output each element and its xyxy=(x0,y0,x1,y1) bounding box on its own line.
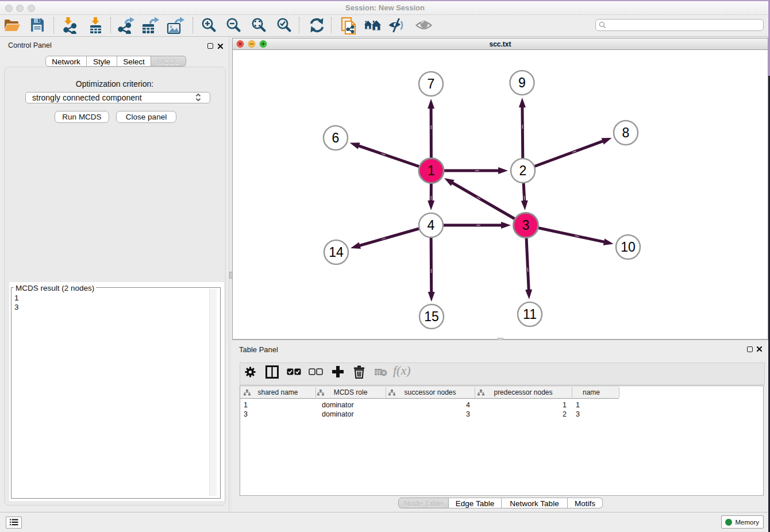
svg-text:8: 8 xyxy=(622,125,630,140)
svg-text:14: 14 xyxy=(329,245,344,260)
svg-text:15: 15 xyxy=(424,309,439,324)
svg-text:9: 9 xyxy=(518,75,526,90)
svg-text:10: 10 xyxy=(621,240,636,255)
svg-text:4: 4 xyxy=(428,218,435,233)
svg-text:3: 3 xyxy=(522,218,530,233)
svg-text:1: 1 xyxy=(428,163,435,178)
svg-text:2: 2 xyxy=(519,163,527,178)
svg-text:6: 6 xyxy=(332,130,340,145)
svg-text:11: 11 xyxy=(523,307,537,322)
svg-text:7: 7 xyxy=(428,76,435,91)
